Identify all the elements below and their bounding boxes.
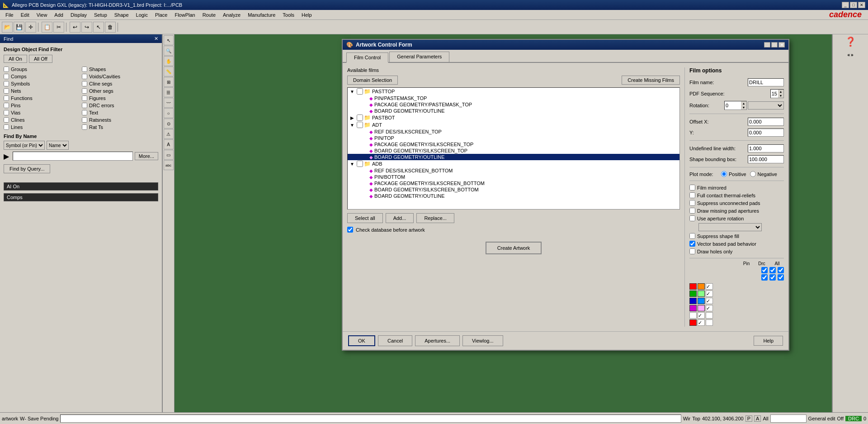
use-aperture-check[interactable] bbox=[689, 215, 695, 221]
menu-view[interactable]: View bbox=[33, 11, 51, 19]
dialog-close[interactable]: ✕ bbox=[778, 42, 785, 48]
check-shapes[interactable]: Shapes bbox=[82, 67, 158, 72]
swatch-white-2[interactable]: ✓ bbox=[706, 291, 713, 297]
tree-item-board-outline-1[interactable]: ◆ BOARD GEOMETRY/OUTLINE bbox=[348, 108, 679, 114]
find-by-dropdown[interactable]: Name bbox=[47, 141, 69, 150]
check-figures[interactable]: Figures bbox=[82, 95, 158, 101]
check-lines[interactable]: Lines bbox=[4, 124, 80, 130]
tree-item-pasttop[interactable]: ▼ 📁 PASTTOP bbox=[348, 88, 679, 95]
check-figures-input[interactable] bbox=[82, 95, 87, 101]
icon-via[interactable]: ○ bbox=[164, 108, 174, 118]
check-lines-input[interactable] bbox=[4, 124, 9, 130]
toolbar-save[interactable]: 💾 bbox=[14, 22, 24, 33]
icon-layer[interactable]: ☰ bbox=[164, 87, 174, 97]
swatch-white-3[interactable]: ✓ bbox=[706, 298, 713, 304]
check-vias-input[interactable] bbox=[4, 110, 9, 115]
tree-check-pasttop[interactable] bbox=[357, 88, 363, 95]
tree-item-pkg-pastemask-top[interactable]: ◆ PACKAGE GEOMETRY/PASTEMASK_TOP bbox=[348, 101, 679, 108]
full-contact-option[interactable]: Full contact thermal-reliefs bbox=[689, 192, 784, 198]
check-drc-errors[interactable]: DRC errors bbox=[82, 103, 158, 108]
check-all-2[interactable] bbox=[778, 274, 784, 281]
rotation-down[interactable]: ▼ bbox=[741, 105, 746, 110]
right-expand-1[interactable]: « bbox=[847, 52, 850, 57]
check-pins[interactable]: Pins bbox=[4, 103, 80, 108]
check-database-input[interactable] bbox=[347, 227, 353, 233]
toolbar-move[interactable]: ✛ bbox=[25, 22, 36, 33]
menu-display[interactable]: Display bbox=[67, 11, 90, 19]
icon-shape[interactable]: ▭ bbox=[164, 150, 174, 160]
check-rat-ts[interactable]: Rat Ts bbox=[82, 124, 158, 130]
check-other-segs-input[interactable] bbox=[82, 88, 87, 94]
toolbar-select[interactable]: ↖ bbox=[93, 22, 104, 33]
add-btn[interactable]: Add... bbox=[386, 213, 414, 223]
help-icon[interactable]: ❓ bbox=[845, 36, 856, 47]
check-symbols-input[interactable] bbox=[4, 81, 9, 86]
rotation-up[interactable]: ▲ bbox=[741, 101, 746, 105]
check-ratsnests[interactable]: Ratsnests bbox=[82, 117, 158, 123]
check-drc-errors-input[interactable] bbox=[82, 103, 87, 108]
all-off-btn[interactable]: All Off bbox=[29, 55, 52, 63]
create-artwork-btn[interactable]: Create Artwork bbox=[486, 242, 542, 254]
check-rat-ts-input[interactable] bbox=[82, 124, 87, 130]
offset-x-input[interactable] bbox=[748, 118, 784, 126]
check-text-input[interactable] bbox=[82, 110, 87, 115]
film-tree[interactable]: ▼ 📁 PASTTOP ◆ PIN/PASTEMASK_TOP bbox=[347, 87, 680, 210]
tree-item-adt[interactable]: ▼ 📁 ADT bbox=[348, 121, 679, 129]
check-clines-input[interactable] bbox=[4, 117, 9, 123]
tree-check-adt[interactable] bbox=[357, 122, 363, 128]
swatch-white-8[interactable]: ✓ bbox=[698, 319, 705, 326]
status-p[interactable]: P bbox=[745, 415, 752, 422]
check-comps-input[interactable] bbox=[4, 74, 9, 79]
toolbar-cut[interactable]: ✂ bbox=[53, 22, 64, 33]
plot-mode-positive[interactable]: Positive bbox=[721, 171, 746, 177]
check-cline-segs[interactable]: Cline segs bbox=[82, 81, 158, 86]
swatch-white-6[interactable]: ✓ bbox=[698, 312, 705, 319]
tree-item-board-silk-bot[interactable]: ◆ BOARD GEOMETRY/SILKSCREEN_BOTTOM bbox=[348, 186, 679, 193]
apertures-btn[interactable]: Apertures... bbox=[415, 335, 460, 346]
film-mirrored-option[interactable]: Film mirrored bbox=[689, 185, 784, 191]
tab-film-control[interactable]: Film Control bbox=[346, 52, 388, 63]
domain-selection-btn[interactable]: Domain Selection bbox=[347, 76, 398, 85]
status-a[interactable]: A bbox=[754, 415, 761, 422]
tree-item-ref-silk-bot[interactable]: ◆ REF DES/SILKSCREEN_BOTTOM bbox=[348, 167, 679, 174]
tree-item-board-silk-top[interactable]: ◆ BOARD GEOMETRY/SILKSCREEN_TOP bbox=[348, 148, 679, 154]
menu-help[interactable]: Help bbox=[298, 11, 316, 19]
icon-zoom[interactable]: 🔍 bbox=[164, 46, 174, 56]
cancel-btn[interactable]: Cancel bbox=[378, 335, 412, 346]
expand-icon[interactable]: ▶ bbox=[4, 152, 11, 161]
draw-missing-check[interactable] bbox=[689, 208, 695, 214]
toolbar-copy[interactable]: 📋 bbox=[42, 22, 52, 33]
help-btn[interactable]: Help bbox=[754, 336, 783, 346]
tree-item-pin-pastemask-top[interactable]: ◆ PIN/PASTEMASK_TOP bbox=[348, 95, 679, 101]
dialog-minimize[interactable]: _ bbox=[764, 42, 770, 48]
tree-item-board-outline-2[interactable]: ◆ BOARD GEOMETRY/OUTLINE bbox=[348, 154, 679, 160]
select-all-btn[interactable]: Select all bbox=[347, 213, 383, 223]
vector-based-check[interactable] bbox=[689, 241, 695, 247]
check-vias[interactable]: Vias bbox=[4, 110, 80, 115]
viewlog-btn[interactable]: Viewlog... bbox=[462, 335, 503, 346]
swatch-white-1[interactable]: ✓ bbox=[706, 283, 713, 290]
tree-item-adb[interactable]: ▼ 📁 ADB bbox=[348, 160, 679, 167]
film-name-input[interactable] bbox=[748, 78, 784, 86]
plot-mode-negative[interactable]: Negative bbox=[750, 171, 777, 177]
check-symbols[interactable]: Symbols bbox=[4, 81, 80, 86]
rotation-dropdown[interactable] bbox=[748, 101, 784, 110]
tree-item-pkg-silk-bot[interactable]: ◆ PACKAGE GEOMETRY/SILKSCREEN_BOTTOM bbox=[348, 180, 679, 186]
right-expand-2[interactable]: » bbox=[851, 52, 854, 57]
close-btn[interactable]: ✕ bbox=[858, 2, 865, 8]
suppress-unconnected-option[interactable]: Suppress unconnected pads bbox=[689, 200, 784, 206]
check-ratsnests-input[interactable] bbox=[82, 117, 87, 123]
suppress-shape-option[interactable]: Suppress shape fill bbox=[689, 233, 784, 239]
icon-route[interactable]: 〰 bbox=[164, 98, 174, 108]
menu-shape[interactable]: Shape bbox=[111, 11, 132, 19]
offset-y-input[interactable] bbox=[748, 129, 784, 137]
tree-check-adb[interactable] bbox=[357, 161, 363, 167]
swatch-orange-1[interactable] bbox=[698, 283, 705, 290]
icon-abc[interactable]: abc bbox=[164, 160, 174, 170]
check-groups-input[interactable] bbox=[4, 67, 9, 72]
menu-analyze[interactable]: Analyze bbox=[219, 11, 244, 19]
use-aperture-option[interactable]: Use aperture rotation bbox=[689, 215, 784, 221]
pdf-seq-spinner[interactable]: 15 ▲ ▼ bbox=[770, 89, 784, 98]
shape-bbox-input[interactable] bbox=[748, 155, 784, 163]
swatch-white-9[interactable] bbox=[706, 319, 713, 326]
